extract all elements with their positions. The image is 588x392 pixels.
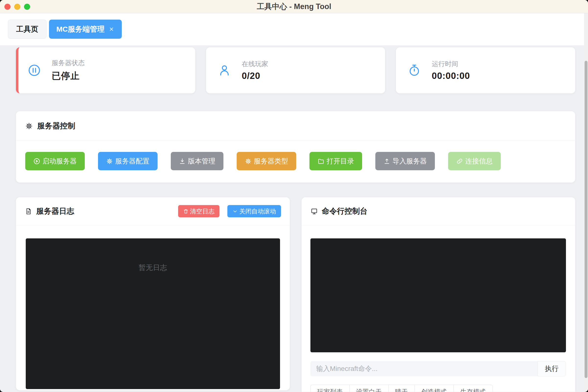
- server-log-panel: 服务器日志 清空日志: [16, 197, 290, 390]
- online-players-value: 0/20: [242, 71, 268, 81]
- panel-title: 命令行控制台: [322, 206, 368, 216]
- start-server-button[interactable]: 启动服务器: [25, 152, 85, 170]
- minimize-window-button[interactable]: [14, 4, 20, 10]
- zoom-window-button[interactable]: [24, 4, 30, 10]
- server-status-value: 已停止: [52, 70, 85, 82]
- log-empty-placeholder: 暂无日志: [139, 263, 167, 273]
- link-icon: [456, 158, 463, 165]
- quick-command-creative-mode[interactable]: 创造模式: [414, 385, 454, 392]
- server-control-header: 服务器控制: [16, 111, 575, 141]
- folder-icon: [318, 158, 324, 165]
- command-console-panel: 命令行控制台 执行 玩家列表 设置白天 晴天 创造模式 生存模式: [302, 197, 576, 392]
- uptime-value: 00:00:00: [432, 71, 470, 81]
- server-status-card: 服务器状态 已停止: [16, 47, 195, 93]
- gear-icon: [25, 122, 33, 130]
- gear-icon: [245, 158, 252, 165]
- stopwatch-icon: [408, 64, 421, 77]
- console-output[interactable]: [310, 238, 566, 352]
- quick-commands-row: 玩家列表 设置白天 晴天 创造模式 生存模式: [310, 385, 566, 392]
- trash-icon: [183, 208, 189, 214]
- quick-command-clear-weather[interactable]: 晴天: [388, 385, 415, 392]
- close-tab-icon[interactable]: [108, 26, 114, 32]
- open-directory-button[interactable]: 打开目录: [310, 152, 362, 170]
- tab-label: 工具页: [16, 24, 38, 34]
- quick-command-set-day[interactable]: 设置白天: [349, 385, 388, 392]
- pause-circle-icon: [28, 64, 41, 77]
- toggle-autoscroll-button[interactable]: 关闭自动滚动: [227, 205, 281, 217]
- traffic-lights: [4, 0, 30, 13]
- command-console-header: 命令行控制台: [302, 197, 576, 226]
- tab-label: MC服务端管理: [56, 24, 104, 34]
- stat-cards-row: 服务器状态 已停止 在线玩家 0/20: [16, 47, 575, 93]
- monitor-icon: [310, 208, 318, 215]
- user-icon: [218, 64, 231, 77]
- stat-label: 运行时间: [432, 60, 470, 68]
- import-server-button[interactable]: 导入服务器: [375, 152, 435, 170]
- server-control-panel: 服务器控制 启动服务器 服务器配置: [16, 111, 575, 182]
- gear-icon: [106, 158, 113, 165]
- close-window-button[interactable]: [4, 4, 10, 10]
- command-input-row: 执行: [310, 361, 566, 376]
- app-window: 工具中心 - Meng Tool 工具页 MC服务端管理: [0, 0, 588, 392]
- download-icon: [179, 158, 186, 165]
- clear-log-button[interactable]: 清空日志: [178, 205, 220, 217]
- tab-tools-page[interactable]: 工具页: [8, 20, 46, 39]
- panel-title: 服务器日志: [36, 206, 74, 216]
- execute-command-button[interactable]: 执行: [538, 361, 566, 376]
- version-manage-button[interactable]: 版本管理: [171, 152, 224, 170]
- titlebar: 工具中心 - Meng Tool: [0, 0, 588, 13]
- stat-label: 在线玩家: [242, 60, 268, 68]
- server-log-output[interactable]: 暂无日志: [26, 238, 280, 389]
- upload-icon: [384, 158, 390, 165]
- tab-bar: 工具页 MC服务端管理: [0, 13, 588, 45]
- window-title: 工具中心 - Meng Tool: [257, 2, 331, 12]
- uptime-card: 运行时间 00:00:00: [396, 47, 575, 93]
- document-icon: [25, 208, 32, 215]
- server-log-header: 服务器日志 清空日志: [16, 197, 290, 226]
- online-players-card: 在线玩家 0/20: [206, 47, 386, 93]
- play-circle-icon: [33, 158, 40, 165]
- quick-command-player-list[interactable]: 玩家列表: [310, 385, 350, 392]
- command-input[interactable]: [310, 361, 538, 376]
- scrollbar-thumb[interactable]: [584, 61, 588, 378]
- main-scroll-region: 服务器状态 已停止 在线玩家 0/20: [0, 45, 588, 392]
- chevron-down-icon: [232, 208, 238, 214]
- server-type-button[interactable]: 服务器类型: [237, 152, 296, 170]
- content-area: 工具页 MC服务端管理 服务器状态: [0, 13, 588, 392]
- tab-mc-server-manage[interactable]: MC服务端管理: [49, 20, 122, 39]
- control-buttons-row: 启动服务器 服务器配置 版本管理: [16, 141, 575, 182]
- server-config-button[interactable]: 服务器配置: [98, 152, 158, 170]
- quick-command-survival-mode[interactable]: 生存模式: [454, 385, 493, 392]
- panel-title: 服务器控制: [37, 121, 75, 131]
- stat-label: 服务器状态: [52, 58, 85, 68]
- scrollbar-track[interactable]: [584, 13, 588, 392]
- bottom-panels-row: 服务器日志 清空日志: [16, 197, 575, 392]
- connection-info-button[interactable]: 连接信息: [448, 152, 501, 170]
